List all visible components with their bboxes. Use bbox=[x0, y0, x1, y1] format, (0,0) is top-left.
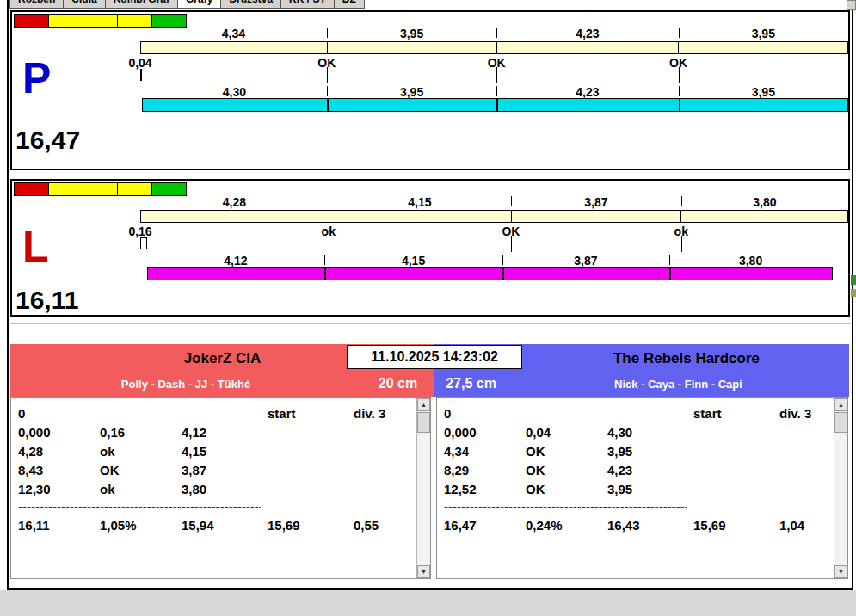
scroll-down-button[interactable]: ▼ bbox=[834, 565, 847, 578]
cell: start bbox=[693, 406, 779, 421]
tab-label: KK / ST bbox=[289, 0, 326, 5]
tick-mark bbox=[502, 255, 503, 265]
tick-mark bbox=[324, 255, 325, 265]
bar-divider bbox=[511, 211, 512, 222]
window-left-gutter bbox=[0, 0, 7, 590]
bar-divider bbox=[669, 267, 671, 280]
scroll-down-button[interactable]: ▼ bbox=[417, 565, 430, 578]
cell: ok bbox=[100, 444, 182, 459]
tab-grafy[interactable]: Grafy bbox=[177, 0, 221, 9]
jump-height: 20 cm bbox=[361, 376, 434, 391]
cell: 3,95 bbox=[607, 482, 693, 496]
segment-time-label: 4,30 bbox=[223, 85, 246, 99]
segment-time-label: 4,23 bbox=[576, 85, 599, 99]
cell: 15,94 bbox=[182, 518, 268, 533]
indicator-square bbox=[83, 182, 118, 196]
scroll-thumb[interactable] bbox=[834, 412, 847, 433]
cell: 4,30 bbox=[607, 425, 693, 440]
scroll-up-button[interactable]: ▲ bbox=[834, 398, 847, 411]
cell: 16,47 bbox=[444, 518, 526, 533]
segment-time-label: 4,15 bbox=[408, 195, 431, 209]
scroll-thumb[interactable] bbox=[417, 412, 430, 433]
bottom-split-labels: 4,124,153,873,80 bbox=[140, 254, 848, 267]
jump-height: 27,5 cm bbox=[434, 376, 508, 391]
cell: 12,52 bbox=[444, 482, 526, 496]
summary-row: 16,47 0,24% 16,43 15,69 1,04 bbox=[444, 515, 834, 534]
segment-time-label: 3,80 bbox=[739, 254, 762, 268]
table-row: 4,28 ok 4,15 bbox=[18, 441, 416, 460]
lane-letter: P bbox=[22, 57, 51, 100]
gate-status-row: 0,04OKOKOK bbox=[140, 56, 848, 68]
window-corner-box[interactable] bbox=[847, 0, 856, 10]
cell: 1,05% bbox=[100, 518, 182, 533]
cell: div. 3 bbox=[354, 406, 416, 421]
segment-time-label: 3,87 bbox=[584, 195, 607, 209]
table-body: 0 start div. 3 0,000 0,16 4,12 4,28 ok 4… bbox=[11, 398, 416, 578]
tick-mark bbox=[679, 28, 680, 38]
cell: 0,000 bbox=[18, 425, 100, 440]
table-row: 4,34 OK 3,95 bbox=[444, 441, 834, 460]
bar-divider bbox=[680, 211, 681, 222]
bar-divider bbox=[327, 42, 328, 53]
tick-mark bbox=[511, 236, 512, 252]
bar-divider bbox=[324, 267, 326, 280]
cell: 0,000 bbox=[444, 425, 526, 440]
tick-zone bbox=[140, 67, 848, 83]
cell: 8,43 bbox=[18, 463, 100, 477]
cell: start bbox=[268, 406, 354, 421]
team-members: Nick - Caya - Finn - Capi bbox=[508, 378, 849, 391]
tab-rozbeh[interactable]: Rozbeh bbox=[9, 0, 64, 9]
indicator-square bbox=[83, 14, 118, 28]
cell: 0,55 bbox=[354, 518, 416, 533]
reference-bar bbox=[140, 210, 848, 223]
table-row: 0,000 0,04 4,30 bbox=[444, 422, 834, 441]
bar-divider bbox=[496, 98, 498, 112]
cell: 0,04 bbox=[526, 425, 607, 440]
segment-time-label: 3,95 bbox=[752, 27, 775, 40]
cell: 3,80 bbox=[182, 482, 268, 496]
table-row: 8,43 OK 3,87 bbox=[18, 460, 416, 479]
summary-row: 16,11 1,05% 15,94 15,69 0,55 bbox=[18, 515, 416, 534]
cell: OK bbox=[526, 463, 607, 477]
table-scrollbar[interactable]: ▲ ▼ bbox=[416, 398, 430, 578]
tick-mark bbox=[679, 86, 680, 96]
tick-zone bbox=[140, 236, 848, 252]
separator-row: ----------------------------------------… bbox=[18, 498, 261, 515]
table-row: 0,000 0,16 4,12 bbox=[18, 422, 416, 441]
cell: div. 3 bbox=[779, 406, 834, 421]
tab-label: Grafy bbox=[186, 0, 212, 5]
tick-mark bbox=[669, 255, 670, 265]
table-header-row: 0 start div. 3 bbox=[444, 403, 834, 422]
cell: 16,43 bbox=[607, 518, 693, 533]
edge-mark bbox=[851, 289, 856, 297]
bar-divider bbox=[502, 267, 504, 280]
tab-druzstva[interactable]: Družstva bbox=[220, 0, 281, 9]
segment-time-label: 4,15 bbox=[402, 254, 425, 268]
cell: OK bbox=[100, 463, 182, 477]
tab-bar: Rozbeh Cidla Kombi Graf Grafy Družstva K… bbox=[9, 0, 365, 9]
tick-mark bbox=[496, 86, 497, 96]
lane-progress-bar bbox=[142, 98, 848, 112]
section-divider bbox=[10, 323, 850, 324]
tab-dz[interactable]: DZ bbox=[334, 0, 365, 9]
bottom-split-labels: 4,303,954,233,95 bbox=[140, 85, 848, 98]
segment-time-label: 3,95 bbox=[400, 85, 423, 99]
scroll-up-button[interactable]: ▲ bbox=[417, 398, 430, 411]
team-members: Polly - Dash - JJ - Tükhé bbox=[10, 378, 361, 391]
cell: 0 bbox=[18, 406, 100, 421]
segment-time-label: 4,28 bbox=[223, 195, 246, 209]
lane-total-time: 16,47 bbox=[15, 126, 80, 155]
tab-kombi-graf[interactable]: Kombi Graf bbox=[105, 0, 178, 9]
cell: 1,04 bbox=[779, 518, 834, 533]
bar-divider bbox=[678, 42, 679, 53]
tab-kk-st[interactable]: KK / ST bbox=[280, 0, 335, 9]
table-scrollbar[interactable]: ▲ ▼ bbox=[834, 398, 847, 578]
lane-progress-bar bbox=[147, 267, 833, 280]
top-split-labels: 4,284,153,873,80 bbox=[140, 195, 848, 208]
cell: 8,29 bbox=[444, 463, 526, 477]
tick-mark bbox=[681, 236, 682, 252]
results-table-left: 0 start div. 3 0,000 0,16 4,12 4,28 ok 4… bbox=[10, 397, 431, 579]
cell: 0,24% bbox=[526, 518, 607, 533]
tab-cidla[interactable]: Cidla bbox=[63, 0, 105, 9]
bar-divider bbox=[679, 98, 680, 112]
